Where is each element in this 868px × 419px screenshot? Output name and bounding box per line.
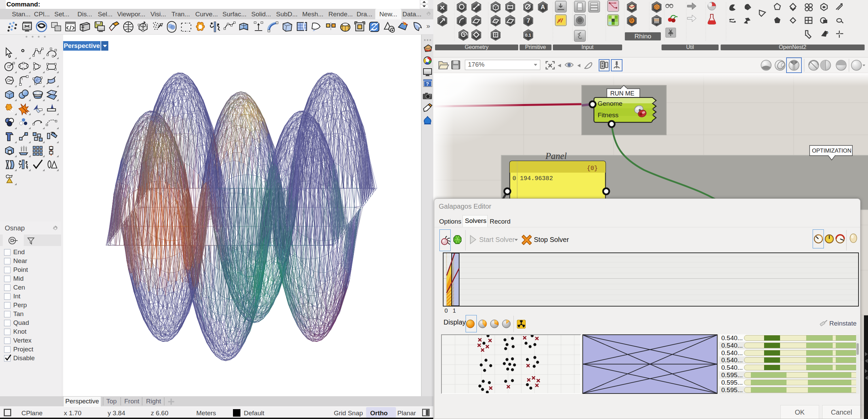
svg-text:Genome: Genome (598, 100, 622, 107)
svg-text:Panel: Panel (545, 151, 567, 161)
svg-text:ID: ID (825, 31, 828, 35)
svg-text:OPTIMIZATION: OPTIMIZATION (812, 147, 851, 154)
svg-text:Fitness: Fitness (598, 111, 618, 119)
svg-text:{0}: {0} (587, 165, 598, 172)
svg-text:?: ? (426, 81, 429, 87)
svg-text:7: 7 (527, 17, 530, 24)
svg-text:0.1: 0.1 (525, 33, 531, 38)
svg-text:194.96382: 194.96382 (520, 175, 553, 182)
svg-text:RUN ME: RUN ME (610, 90, 634, 97)
svg-text:A: A (541, 4, 545, 11)
svg-text:0: 0 (512, 175, 516, 182)
svg-text:»: » (426, 22, 430, 30)
